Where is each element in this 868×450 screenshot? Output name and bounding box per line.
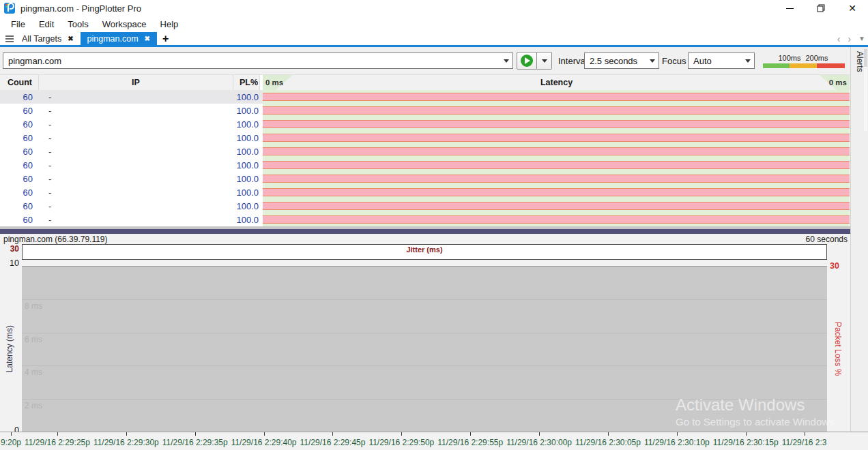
packet-loss-cell: 100.0 — [233, 185, 260, 199]
gridline-label: 4 ms — [25, 368, 42, 377]
minimize-icon — [786, 8, 794, 9]
table-row[interactable]: 60 - 100.0 — [0, 185, 850, 199]
ip-cell: - — [39, 90, 233, 104]
alerts-side-panel: Alerts — [850, 47, 868, 432]
table-row[interactable]: 60 - 100.0 — [0, 104, 850, 117]
jitter-band-title: Jitter (ms) — [23, 245, 826, 254]
pane-splitter[interactable] — [0, 226, 850, 234]
ip-column-header[interactable]: IP — [39, 75, 233, 90]
gridline-label: 6 ms — [25, 335, 42, 344]
graph-target-label: pingman.com (66.39.79.119) — [3, 235, 108, 244]
gridline-label: 8 ms — [25, 301, 42, 311]
count-cell: 60 — [0, 131, 39, 145]
target-input[interactable] — [3, 56, 500, 66]
table-row[interactable]: 60 - 100.0 — [0, 90, 850, 104]
latency-scale-right: 0 ms — [829, 75, 847, 90]
tab[interactable]: All Targets ✖ — [15, 32, 81, 45]
target-combobox[interactable] — [3, 52, 513, 69]
table-row[interactable]: 60 - 100.0 — [0, 131, 850, 145]
alerts-tab[interactable]: Alerts — [855, 51, 865, 72]
timeline-graph-section: pingman.com (66.39.79.119) 60 seconds 30… — [0, 234, 850, 432]
menu-item[interactable]: Help — [154, 17, 186, 31]
latency-bar — [263, 145, 850, 158]
count-cell: 60 — [0, 199, 39, 213]
latency-bar — [263, 90, 850, 104]
count-column-header[interactable]: Count — [0, 75, 39, 90]
latency-bar — [263, 199, 850, 213]
latency-bar — [263, 172, 850, 185]
time-axis-label: 11/29/16 2:3 — [782, 438, 827, 447]
tab-bar: All Targets ✖ pingman.com ✖ + ‹ › ▼ — [0, 32, 868, 47]
time-axis-label: 11/29/16 2:29:40p — [231, 438, 297, 447]
count-cell: 60 — [0, 145, 39, 158]
menu-item[interactable]: Workspace — [96, 17, 154, 31]
time-axis-label: 11/29/16 2:29:35p — [162, 438, 228, 447]
time-axis-label: 11/29/16 2:29:55p — [437, 438, 503, 447]
menu-item[interactable]: File — [4, 17, 32, 31]
panel-scrollbar[interactable] — [864, 49, 867, 131]
menu-item[interactable]: Edit — [32, 17, 61, 31]
packet-loss-cell: 100.0 — [233, 199, 260, 213]
restore-icon — [817, 4, 825, 12]
table-row[interactable]: 60 - 100.0 — [0, 213, 850, 226]
jitter-axis-max: 30 — [0, 244, 19, 254]
table-row[interactable]: 60 - 100.0 — [0, 199, 850, 213]
legend-200ms-label: 200ms — [805, 54, 828, 62]
interval-label: Interval — [558, 56, 588, 66]
latency-color-legend: 100ms 200ms — [763, 54, 845, 69]
packet-loss-cell: 100.0 — [233, 104, 260, 117]
tab[interactable]: pingman.com ✖ — [81, 32, 157, 45]
new-tab-button[interactable]: + — [157, 32, 174, 45]
start-options-dropdown[interactable] — [537, 52, 552, 70]
table-row[interactable]: 60 - 100.0 — [0, 117, 850, 131]
tab-close-icon[interactable]: ✖ — [68, 35, 73, 42]
tab-scroll-left-icon[interactable]: ‹ — [837, 33, 841, 44]
packet-loss-cell: 100.0 — [233, 158, 260, 172]
latency-bar — [263, 131, 850, 145]
ip-cell: - — [39, 172, 233, 185]
tab-scroll-right-icon[interactable]: › — [848, 33, 851, 44]
table-row[interactable]: 60 - 100.0 — [0, 158, 850, 172]
count-cell: 60 — [0, 158, 39, 172]
tab-overflow-icon[interactable]: ▼ — [858, 35, 865, 42]
packet-loss-cell: 100.0 — [233, 145, 260, 158]
table-row[interactable]: 60 - 100.0 — [0, 172, 850, 185]
ip-cell: - — [39, 117, 233, 131]
tab-list-menu-icon[interactable] — [0, 32, 15, 45]
start-trace-button[interactable] — [517, 52, 537, 70]
table-body: 60 - 100.0 60 - 100.0 60 - 100.0 — [0, 90, 850, 226]
time-axis: 9:20p11/29/16 2:29:25p11/29/16 2:29:30p1… — [0, 432, 868, 450]
count-cell: 60 — [0, 185, 39, 199]
minimize-button[interactable] — [774, 0, 805, 16]
focus-select[interactable]: Auto — [688, 52, 755, 69]
legend-green-segment — [763, 63, 790, 68]
legend-yellow-segment — [790, 63, 817, 68]
focus-label: Focus — [662, 56, 686, 66]
count-cell: 60 — [0, 90, 39, 104]
latency-bar — [263, 158, 850, 172]
close-button[interactable]: ✕ — [837, 0, 868, 16]
interval-select[interactable]: 2.5 seconds — [584, 52, 659, 69]
pingplotter-logo-icon — [4, 3, 15, 14]
watermark-line2: Go to Settings to activate Windows. — [676, 416, 837, 428]
packet-loss-column-header[interactable]: PL% — [233, 75, 260, 90]
interval-value: 2.5 seconds — [585, 56, 646, 66]
latency-bar — [263, 104, 850, 117]
tab-close-icon[interactable]: ✖ — [145, 35, 150, 42]
combo-dropdown-icon[interactable] — [646, 59, 659, 63]
table-row[interactable]: 60 - 100.0 — [0, 145, 850, 158]
restore-button[interactable] — [805, 0, 837, 16]
combo-dropdown-icon[interactable] — [742, 59, 754, 63]
tab-label: pingman.com — [87, 34, 139, 44]
menu-item[interactable]: Tools — [61, 17, 95, 31]
latency-column-header[interactable]: 0 ms Latency 0 ms — [263, 75, 850, 90]
time-axis-label: 11/29/16 2:29:50p — [368, 438, 434, 447]
count-cell: 60 — [0, 117, 39, 131]
play-icon — [521, 55, 533, 67]
combo-dropdown-icon[interactable] — [500, 59, 512, 63]
graph-timescale-label[interactable]: 60 seconds — [806, 235, 848, 244]
packet-loss-cell: 100.0 — [233, 117, 260, 131]
window-title: pingman.com - PingPlotter Pro — [20, 3, 141, 14]
time-axis-label: 11/29/16 2:30:05p — [575, 438, 641, 447]
legend-red-segment — [817, 63, 845, 68]
